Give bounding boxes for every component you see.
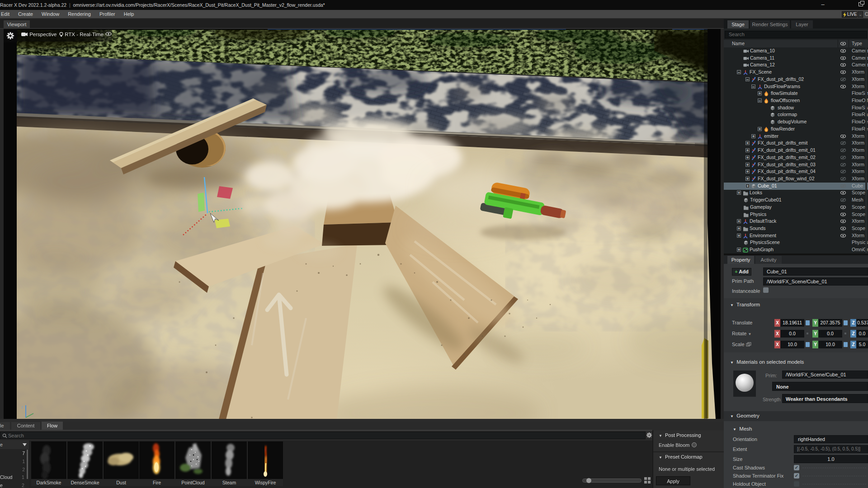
svg-text:z: z: [21, 405, 24, 409]
